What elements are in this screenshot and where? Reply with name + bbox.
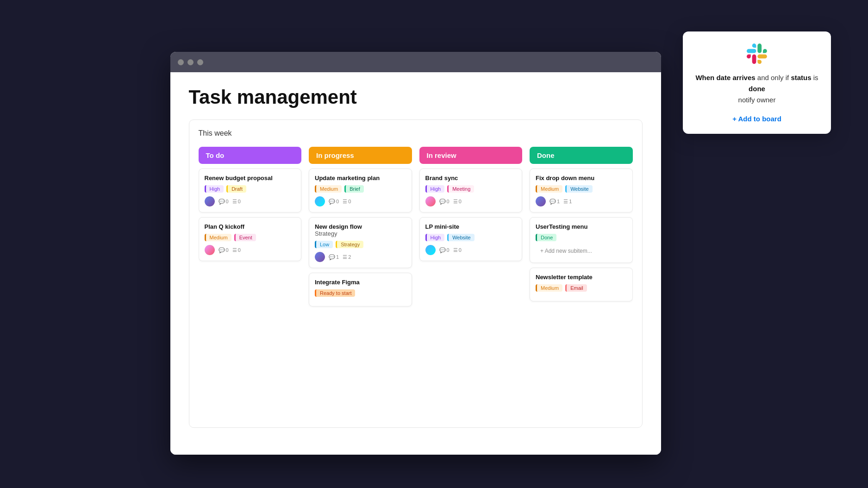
avatar xyxy=(315,252,325,262)
card-fix-dropdown[interactable]: Fix drop down menu Medium Website 💬 1 xyxy=(530,169,633,213)
card-title: UserTesting menu xyxy=(536,223,627,230)
comment-icon: 💬 xyxy=(219,247,225,253)
card-tags: High Draft xyxy=(205,185,296,193)
card-usertesting-menu[interactable]: UserTesting menu Done + Add new subitem.… xyxy=(530,217,633,263)
card-title: Integrate Figma xyxy=(315,279,406,286)
card-brand-sync[interactable]: Brand sync High Meeting 💬 0 xyxy=(419,169,523,213)
card-new-design-flow[interactable]: New design flowStrategy Low Strategy 💬 1 xyxy=(309,217,412,268)
comment-count: 💬 0 xyxy=(439,199,450,205)
comment-icon: 💬 xyxy=(329,254,335,260)
card-tags: Medium Email xyxy=(536,284,627,292)
subtask-icon: ☰ xyxy=(453,199,458,205)
tag-event: Event xyxy=(234,234,256,241)
column-header-inreview: In review xyxy=(419,147,523,164)
column-header-todo: To do xyxy=(199,147,302,164)
tag-email: Email xyxy=(565,284,587,292)
subtask-count: ☰ 1 xyxy=(563,199,572,205)
tag-done: Done xyxy=(536,234,556,241)
card-title: Renew budget proposal xyxy=(205,175,296,181)
popup-bold-2: status xyxy=(791,74,811,81)
tag-medium: Medium xyxy=(205,234,231,241)
browser-window: Task management This week To do Renew bu… xyxy=(170,52,661,455)
subtask-icon: ☰ xyxy=(232,199,237,205)
column-header-inprogress: In progress xyxy=(309,147,412,164)
week-label: This week xyxy=(199,129,633,138)
tag-high: High xyxy=(425,234,445,241)
tag-high: High xyxy=(205,185,224,193)
slack-popup: When date arrives and only if status is … xyxy=(683,31,831,134)
card-tags: Done xyxy=(536,234,627,241)
add-to-board-button[interactable]: + Add to board xyxy=(694,115,820,123)
card-integrate-figma[interactable]: Integrate Figma Ready to start xyxy=(309,273,412,307)
card-footer: 💬 0 ☰ 0 xyxy=(205,196,296,206)
column-inprogress: In progress Update marketing plan Medium… xyxy=(309,147,412,417)
popup-bold-1: When date arrives xyxy=(695,74,755,81)
avatar xyxy=(425,245,436,255)
column-header-done: Done xyxy=(530,147,633,164)
column-todo: To do Renew budget proposal High Draft 💬 xyxy=(199,147,302,417)
card-title: New design flowStrategy xyxy=(315,223,406,237)
card-footer: 💬 1 ☰ 1 xyxy=(536,196,627,206)
tag-low: Low xyxy=(315,241,333,248)
card-title: Brand sync xyxy=(425,175,517,181)
card-tags: High Website xyxy=(425,234,517,241)
subtask-icon: ☰ xyxy=(563,199,568,205)
card-tags: Low Strategy xyxy=(315,241,406,248)
comment-icon: 💬 xyxy=(439,247,446,253)
avatar xyxy=(315,196,325,206)
slack-icon xyxy=(747,44,767,64)
subtask-count: ☰ 2 xyxy=(343,254,351,260)
tag-ready: Ready to start xyxy=(315,289,355,297)
card-update-marketing[interactable]: Update marketing plan Medium Brief 💬 0 xyxy=(309,169,412,213)
kanban-board: To do Renew budget proposal High Draft 💬 xyxy=(199,147,633,417)
card-footer: 💬 0 ☰ 0 xyxy=(205,245,296,255)
tag-website: Website xyxy=(565,185,593,193)
card-tags: Medium Event xyxy=(205,234,296,241)
card-title: LP mini-site xyxy=(425,223,517,230)
comment-count: 💬 0 xyxy=(329,199,339,205)
tag-meeting: Meeting xyxy=(447,185,474,193)
card-lp-minisite[interactable]: LP mini-site High Website 💬 0 xyxy=(419,217,523,261)
comment-count: 💬 1 xyxy=(329,254,339,260)
avatar xyxy=(425,196,436,206)
subtask-icon: ☰ xyxy=(453,247,458,253)
browser-titlebar xyxy=(170,52,661,72)
card-title: Fix drop down menu xyxy=(536,175,627,181)
tag-brief: Brief xyxy=(344,185,364,193)
card-plan-q-kickoff[interactable]: Plan Q kickoff Medium Event 💬 0 xyxy=(199,217,302,261)
tag-medium: Medium xyxy=(536,284,562,292)
subtask-icon: ☰ xyxy=(343,254,347,260)
popup-bold-3: done xyxy=(749,85,765,93)
subtask-count: ☰ 0 xyxy=(453,199,462,205)
subtask-count: ☰ 0 xyxy=(343,199,351,205)
avatar xyxy=(536,196,546,206)
avatar xyxy=(205,245,215,255)
subtask-icon: ☰ xyxy=(232,247,237,253)
card-title: Newsletter template xyxy=(536,274,627,281)
column-inreview: In review Brand sync High Meeting 💬 xyxy=(419,147,523,417)
card-title: Update marketing plan xyxy=(315,175,406,181)
tag-draft: Draft xyxy=(226,185,246,193)
browser-dot-yellow xyxy=(187,59,194,65)
card-footer: 💬 1 ☰ 2 xyxy=(315,252,406,262)
tag-strategy: Strategy xyxy=(336,241,363,248)
subtask-count: ☰ 0 xyxy=(232,199,241,205)
subtask-count: ☰ 0 xyxy=(232,247,241,253)
add-subitem-button[interactable]: + Add new subitem... xyxy=(536,245,627,257)
comment-count: 💬 0 xyxy=(219,199,229,205)
comment-icon: 💬 xyxy=(550,199,556,205)
comment-icon: 💬 xyxy=(219,199,225,205)
tag-website: Website xyxy=(447,234,475,241)
tag-medium: Medium xyxy=(536,185,562,193)
week-section: This week To do Renew budget proposal Hi… xyxy=(189,119,643,428)
browser-dot-red xyxy=(178,59,184,65)
comment-icon: 💬 xyxy=(439,199,446,205)
column-done: Done Fix drop down menu Medium Website 💬 xyxy=(530,147,633,417)
card-title: Plan Q kickoff xyxy=(205,223,296,230)
card-renew-budget[interactable]: Renew budget proposal High Draft 💬 0 xyxy=(199,169,302,213)
browser-dot-green xyxy=(197,59,203,65)
subtask-count: ☰ 0 xyxy=(453,247,462,253)
subtask-icon: ☰ xyxy=(343,199,347,205)
card-tags: Ready to start xyxy=(315,289,406,297)
card-newsletter-template[interactable]: Newsletter template Medium Email xyxy=(530,268,633,301)
